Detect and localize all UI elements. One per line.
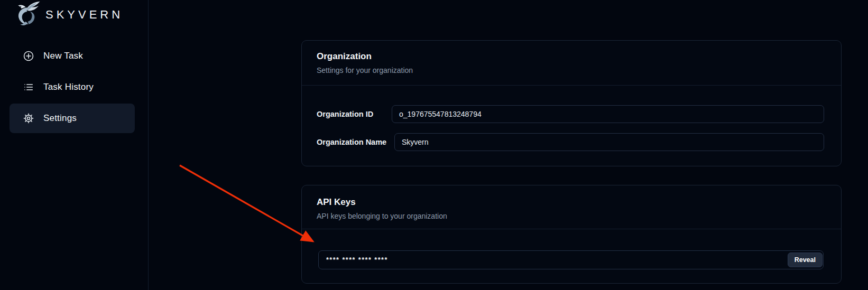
organization-id-input[interactable] [392,105,824,123]
organization-name-row: Organization Name [317,133,824,151]
dragon-logo-icon [13,1,41,29]
reveal-button[interactable]: Reveal [788,252,823,267]
plus-circle-icon [23,50,34,62]
sidebar-item-settings[interactable]: Settings [10,104,135,133]
api-key-field: Reveal [318,250,824,269]
api-keys-card-body: Reveal [302,229,841,284]
api-key-input[interactable] [318,250,824,269]
organization-card-body: Organization ID Organization Name [302,86,841,167]
gear-icon [23,113,34,124]
sidebar-item-label: New Task [43,51,83,61]
api-keys-card: API Keys API keys belonging to your orga… [301,185,842,284]
organization-name-label: Organization Name [317,138,394,146]
organization-card-title: Organization [317,51,828,62]
organization-card: Organization Settings for your organizat… [301,40,842,166]
sidebar-nav: New Task Task History [10,41,135,135]
organization-id-label: Organization ID [317,110,392,118]
list-icon [23,81,34,93]
brand-wordmark: SKYVERN [45,8,123,22]
sidebar-item-task-history[interactable]: Task History [10,72,135,102]
organization-id-row: Organization ID [317,105,824,123]
api-keys-card-title: API Keys [317,197,828,208]
skyvern-settings-screen: SKYVERN New Task [0,0,868,290]
sidebar: SKYVERN New Task [0,0,149,290]
api-keys-card-header: API Keys API keys belonging to your orga… [302,185,841,229]
api-keys-card-subtitle: API keys belonging to your organization [317,212,828,220]
organization-card-subtitle: Settings for your organization [317,66,828,74]
sidebar-item-label: Settings [43,113,77,124]
sidebar-item-new-task[interactable]: New Task [10,41,135,71]
organization-card-header: Organization Settings for your organizat… [302,41,841,86]
organization-name-input[interactable] [394,133,824,151]
skyvern-logo[interactable]: SKYVERN [13,1,123,29]
sidebar-item-label: Task History [43,82,94,92]
